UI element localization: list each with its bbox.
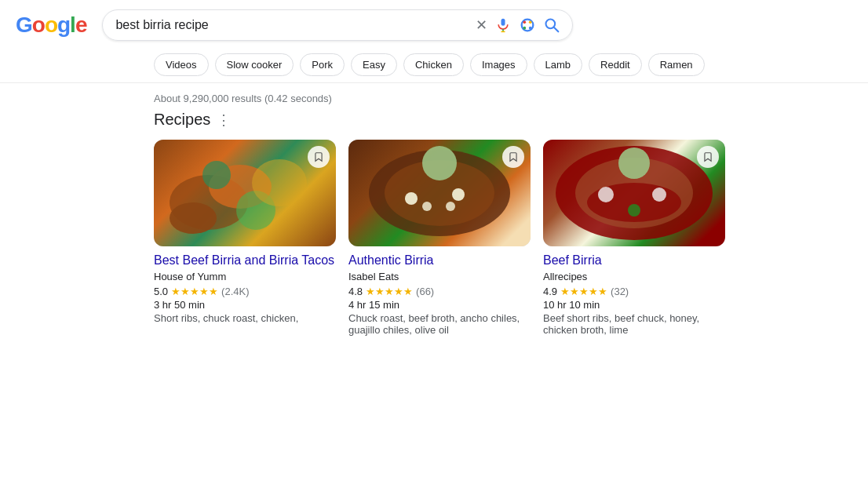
chip-videos[interactable]: Videos: [154, 53, 209, 76]
logo-g: G: [16, 13, 32, 38]
clear-button[interactable]: ✕: [476, 16, 487, 34]
google-logo: Google: [16, 13, 86, 38]
svg-point-5: [529, 21, 532, 24]
search-bar: ✕: [102, 9, 573, 41]
chip-slow-cooker[interactable]: Slow cooker: [215, 53, 294, 76]
svg-point-19: [405, 192, 418, 205]
svg-point-25: [618, 147, 650, 179]
svg-line-9: [554, 27, 559, 32]
chip-reddit[interactable]: Reddit: [589, 53, 642, 76]
svg-point-21: [422, 202, 432, 211]
lens-button[interactable]: [519, 16, 536, 34]
stars-3: ★★★★★: [560, 286, 607, 297]
search-icons: ✕: [476, 16, 560, 34]
mic-button[interactable]: [495, 17, 511, 33]
svg-point-29: [628, 204, 640, 217]
stars-1: ★★★★★: [171, 286, 218, 297]
rating-count-3: (32): [611, 286, 629, 297]
results-meta: About 9,290,000 results (0.42 seconds): [0, 83, 868, 111]
recipe-card-2[interactable]: Authentic Birria Isabel Eats 4.8 ★★★★★ (…: [348, 140, 531, 336]
logo-o2: o: [45, 13, 57, 38]
recipe-title-3: Beef Birria: [543, 253, 725, 269]
bookmark-button-2[interactable]: [502, 146, 524, 168]
svg-point-6: [523, 27, 527, 30]
bookmark-icon-2: [508, 151, 519, 162]
search-icon: [544, 17, 560, 33]
svg-point-28: [652, 188, 666, 202]
rating-value-3: 4.9: [543, 286, 557, 297]
search-button[interactable]: [544, 17, 560, 33]
recipe-image-wrap-1: [154, 140, 336, 246]
rating-value-1: 5.0: [154, 286, 168, 297]
recipe-rating-1: 5.0 ★★★★★ (2.4K): [154, 286, 336, 297]
recipe-rating-2: 4.8 ★★★★★ (66): [348, 286, 531, 297]
svg-point-27: [598, 187, 614, 202]
svg-point-22: [446, 202, 455, 211]
recipe-time-1: 3 hr 50 min: [154, 299, 336, 311]
chips-row: Videos Slow cooker Pork Easy Chicken Ima…: [0, 47, 868, 83]
svg-point-3: [522, 20, 534, 31]
recipe-source-3: Allrecipes: [543, 271, 725, 282]
svg-point-18: [422, 146, 457, 180]
svg-point-13: [252, 159, 307, 206]
chip-chicken[interactable]: Chicken: [403, 53, 464, 76]
rating-count-1: (2.4K): [221, 286, 249, 297]
recipe-ingredients-2: Chuck roast, beef broth, ancho chiles, g…: [348, 312, 531, 336]
logo-e: e: [75, 13, 87, 38]
recipes-header: Recipes ⋮: [154, 111, 868, 129]
recipe-title-2: Authentic Birria: [348, 253, 531, 269]
recipe-time-3: 10 hr 10 min: [543, 299, 725, 311]
bookmark-button-1[interactable]: [308, 146, 330, 168]
more-options-icon[interactable]: ⋮: [217, 111, 231, 129]
recipe-ingredients-3: Beef short ribs, beef chuck, honey, chic…: [543, 312, 725, 336]
recipe-source-2: Isabel Eats: [348, 271, 531, 282]
recipe-card-3[interactable]: Beef Birria Allrecipes 4.9 ★★★★★ (32) 10…: [543, 140, 725, 336]
rating-count-2: (66): [416, 286, 434, 297]
bookmark-icon-1: [313, 151, 324, 162]
logo-g2: g: [57, 13, 70, 38]
svg-point-7: [529, 27, 532, 30]
bookmark-button-3[interactable]: [697, 146, 719, 168]
bookmark-icon-3: [702, 151, 713, 162]
recipe-title-1: Best Beef Birria and Birria Tacos: [154, 253, 336, 269]
chip-easy[interactable]: Easy: [351, 53, 397, 76]
logo-o1: o: [32, 13, 45, 38]
chip-images[interactable]: Images: [470, 53, 527, 76]
rating-value-2: 4.8: [348, 286, 363, 297]
lens-icon: [519, 16, 536, 34]
recipe-ingredients-1: Short ribs, chuck roast, chicken,: [154, 312, 336, 324]
svg-point-15: [170, 202, 217, 234]
recipe-image-wrap-3: [543, 140, 725, 246]
svg-rect-0: [501, 19, 505, 26]
chip-ramen[interactable]: Ramen: [648, 53, 705, 76]
recipe-source-1: House of Yumm: [154, 271, 336, 282]
svg-point-14: [202, 161, 231, 189]
logo-l: l: [70, 13, 75, 38]
main-content: Recipes ⋮: [0, 111, 868, 336]
search-input[interactable]: [115, 18, 468, 32]
recipe-card-1[interactable]: Best Beef Birria and Birria Tacos House …: [154, 140, 336, 336]
chip-lamb[interactable]: Lamb: [534, 53, 583, 76]
clear-icon: ✕: [476, 16, 487, 34]
svg-point-20: [452, 188, 465, 201]
recipe-image-wrap-2: [348, 140, 531, 246]
chip-pork[interactable]: Pork: [300, 53, 345, 76]
stars-2: ★★★★★: [366, 286, 413, 297]
svg-point-4: [523, 21, 527, 24]
recipe-rating-3: 4.9 ★★★★★ (32): [543, 286, 725, 297]
recipe-time-2: 4 hr 15 min: [348, 299, 531, 311]
recipes-title: Recipes: [154, 111, 210, 129]
mic-icon: [495, 17, 511, 33]
recipe-cards: Best Beef Birria and Birria Tacos House …: [154, 140, 868, 336]
header: Google ✕: [0, 0, 868, 47]
